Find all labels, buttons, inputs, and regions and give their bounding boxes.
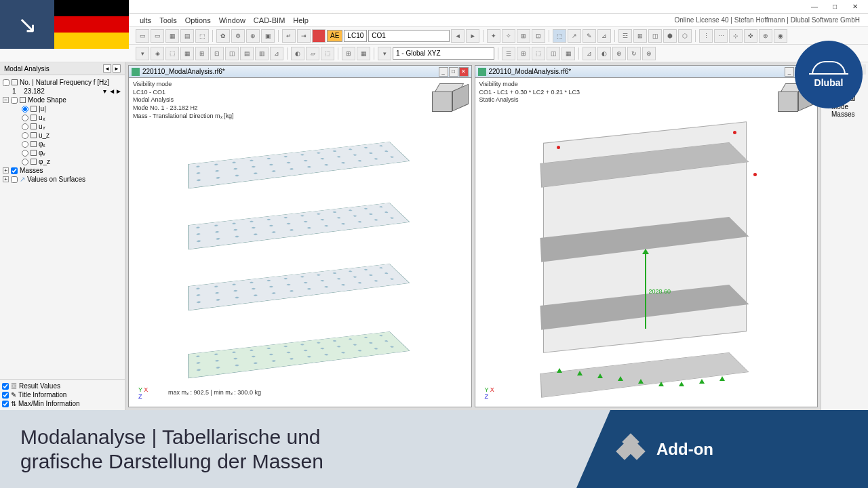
masses-check[interactable] — [11, 167, 18, 174]
tb-icon[interactable]: ☲ — [618, 29, 632, 43]
tb-icon[interactable]: ⬚ — [195, 29, 209, 43]
tb-icon[interactable]: ⊕ — [246, 29, 260, 43]
tb-icon[interactable]: ✿ — [216, 29, 230, 43]
tb-stop-icon[interactable] — [312, 29, 326, 43]
menu-cadbim[interactable]: CAD-BIM — [250, 16, 289, 24]
tb-icon[interactable]: ▤ — [240, 47, 254, 60]
tb-icon[interactable]: ▦ — [180, 47, 194, 60]
tb-icon[interactable]: ▦ — [357, 47, 370, 60]
tb-icon[interactable]: ⊡ — [210, 47, 224, 60]
tb-icon[interactable]: ⊹ — [729, 29, 743, 43]
minimize-button[interactable]: — — [804, 1, 825, 13]
tb-icon[interactable]: ↗ — [568, 29, 581, 43]
opt-uy[interactable] — [22, 123, 28, 130]
tb-icon[interactable]: ☰ — [502, 47, 515, 60]
freq-check[interactable] — [3, 79, 9, 86]
rpanel-item[interactable]: Masses — [823, 110, 866, 118]
opt-phiz[interactable] — [22, 159, 28, 165]
view-max-icon[interactable]: □ — [449, 67, 458, 77]
expand-icon[interactable]: + — [3, 176, 9, 182]
opt-phiy[interactable] — [22, 150, 28, 157]
tb-icon[interactable]: ▱ — [306, 47, 319, 60]
result-values-check[interactable] — [2, 383, 9, 390]
menu-options[interactable]: Options — [181, 16, 215, 24]
values-check[interactable] — [11, 176, 18, 183]
tb-icon[interactable]: ⚙ — [231, 29, 245, 43]
tb-icon[interactable]: ⊿ — [270, 47, 283, 60]
expand-icon[interactable]: − — [3, 97, 9, 103]
tb-icon[interactable]: ◈ — [151, 47, 164, 60]
tb-icon[interactable]: ✦ — [487, 29, 500, 43]
tb-icon[interactable]: ⊞ — [195, 47, 209, 60]
view-canvas[interactable]: Y XZ max mᵪ : 902.5 | min mᵪ : 300.0 kg — [129, 78, 471, 407]
opt-u[interactable] — [22, 106, 28, 113]
close-button[interactable]: ✕ — [845, 1, 865, 13]
tb-icon[interactable]: ◫ — [547, 47, 560, 60]
opt-ux[interactable] — [22, 115, 28, 121]
tb-icon[interactable]: ↻ — [627, 47, 641, 60]
panel-prev-icon[interactable]: ◄ — [103, 64, 111, 73]
tb-icon[interactable]: ⬡ — [678, 29, 692, 43]
tb-icon[interactable]: ⊞ — [517, 29, 530, 43]
tb-icon[interactable]: ◫ — [648, 29, 662, 43]
menu-help[interactable]: Help — [289, 16, 313, 24]
maxmin-check[interactable] — [2, 401, 9, 407]
tb-icon[interactable]: ⊡ — [532, 29, 545, 43]
tb-icon[interactable]: ▦ — [165, 29, 179, 43]
tb-icon[interactable]: ⊿ — [583, 47, 596, 60]
tb-icon[interactable]: ✎ — [583, 29, 596, 43]
coord-system-dropdown[interactable]: 1 - Global XYZ — [393, 47, 494, 60]
tb-icon[interactable]: ◐ — [291, 47, 304, 60]
load-arrow — [645, 254, 646, 329]
tb-icon[interactable]: ⬚ — [321, 47, 334, 60]
tb-icon[interactable]: ⊞ — [342, 47, 355, 60]
tb-icon[interactable]: ⋮ — [699, 29, 713, 43]
opt-uz[interactable] — [22, 132, 28, 139]
co-dropdown[interactable]: CO1 — [368, 30, 450, 42]
tb-icon[interactable]: ⋯ — [714, 29, 728, 43]
panel-next-icon[interactable]: ► — [113, 64, 121, 73]
tb-icon[interactable]: ⊞ — [517, 47, 530, 60]
tb-icon[interactable]: ▾ — [136, 47, 149, 60]
tb-icon[interactable]: ↵ — [282, 29, 296, 43]
lc-dropdown[interactable]: LC10 — [344, 30, 367, 42]
opt-phix[interactable] — [22, 141, 28, 148]
tb-prev-icon[interactable]: ◄ — [451, 29, 465, 43]
tb-icon[interactable]: ⊗ — [642, 47, 656, 60]
tb-icon[interactable]: ⊿ — [597, 29, 611, 43]
tb-icon[interactable]: ⬚ — [553, 29, 566, 43]
tb-icon[interactable]: ⬚ — [532, 47, 545, 60]
tb-icon[interactable]: ▥ — [255, 47, 269, 60]
view-canvas[interactable]: 2028.60 Y XZ — [475, 78, 818, 407]
tb-icon[interactable]: ▾ — [378, 47, 391, 60]
maximize-button[interactable]: □ — [825, 1, 845, 13]
tb-icon[interactable]: ▭ — [151, 29, 164, 43]
tb-icon[interactable]: ✜ — [744, 29, 757, 43]
view-close-icon[interactable]: ✕ — [459, 67, 469, 77]
tb-icon[interactable]: ⬚ — [165, 47, 179, 60]
view-min-icon[interactable]: _ — [785, 67, 794, 77]
tb-icon[interactable]: ⬢ — [663, 29, 677, 43]
lc-ae[interactable]: AE — [327, 30, 342, 42]
nav-cube[interactable] — [429, 82, 466, 119]
tb-icon[interactable]: ⊕ — [612, 47, 626, 60]
view-min-icon[interactable]: _ — [439, 67, 448, 77]
tb-icon[interactable]: ✧ — [502, 29, 515, 43]
expand-icon[interactable]: + — [3, 167, 9, 174]
tb-icon[interactable]: ▦ — [561, 47, 575, 60]
tb-icon[interactable]: ▤ — [180, 29, 194, 43]
tb-icon[interactable]: ▭ — [136, 29, 149, 43]
tb-icon[interactable]: ◫ — [225, 47, 239, 60]
tb-icon[interactable]: ◐ — [597, 47, 611, 60]
tb-next-icon[interactable]: ► — [466, 29, 479, 43]
tb-icon[interactable]: ▣ — [261, 29, 275, 43]
tb-icon[interactable]: ⊛ — [759, 29, 772, 43]
menu-window[interactable]: Window — [215, 16, 250, 24]
menu-results[interactable]: ults — [136, 16, 155, 24]
menu-tools[interactable]: Tools — [155, 16, 181, 24]
tb-icon[interactable]: ⊞ — [633, 29, 647, 43]
mode-shape-check[interactable] — [11, 97, 18, 104]
tb-icon[interactable]: ⇥ — [297, 29, 311, 43]
tb-icon[interactable]: ◉ — [774, 29, 787, 43]
title-info-check[interactable] — [2, 392, 9, 399]
